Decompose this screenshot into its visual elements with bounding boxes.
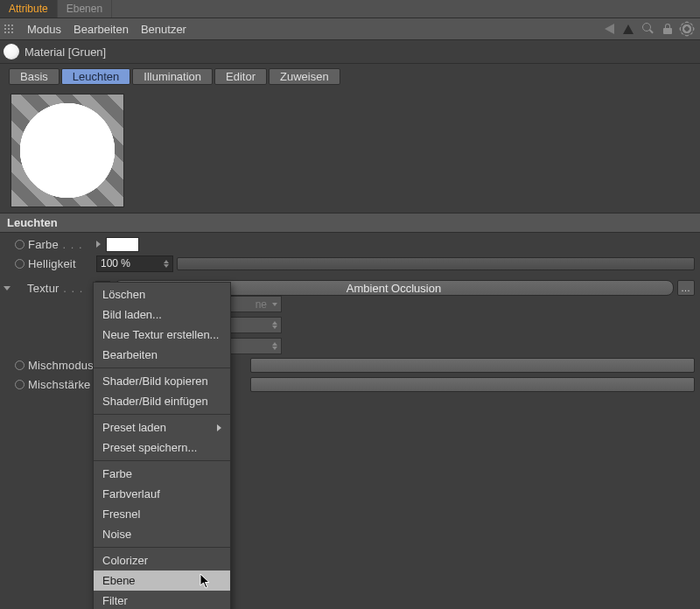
grid-icon[interactable] xyxy=(4,24,15,35)
material-preview-icon xyxy=(4,44,19,60)
chan-zuweisen[interactable]: Zuweisen xyxy=(269,68,340,85)
label-helligkeit: Helligkeit xyxy=(28,257,93,270)
chan-basis[interactable]: Basis xyxy=(9,68,60,85)
chan-editor[interactable]: Editor xyxy=(214,68,267,85)
cm-bearbeiten[interactable]: Bearbeiten xyxy=(94,345,230,365)
helligkeit-slider[interactable] xyxy=(177,257,695,270)
expand-farbe-icon[interactable] xyxy=(96,241,101,248)
preview-area xyxy=(0,88,700,213)
cm-preset-laden[interactable]: Preset laden xyxy=(94,417,230,438)
spinner-icon[interactable] xyxy=(164,260,169,268)
helligkeit-value: 100 % xyxy=(101,257,130,270)
material-preview[interactable] xyxy=(10,94,124,207)
row-farbe: Farbe xyxy=(5,234,695,254)
textur-browse-button[interactable]: … xyxy=(677,280,695,296)
history-back-icon[interactable] xyxy=(605,24,614,34)
cm-shader-einfuegen[interactable]: Shader/Bild einfügen xyxy=(94,391,230,411)
row-helligkeit: Helligkeit 100 % xyxy=(5,254,695,273)
cm-fresnel[interactable]: Fresnel xyxy=(94,504,230,524)
cm-separator xyxy=(94,368,230,368)
cm-shader-kopieren[interactable]: Shader/Bild kopieren xyxy=(94,371,230,391)
hidden-combo-3[interactable] xyxy=(224,338,282,354)
tab-attribute[interactable]: Attribute xyxy=(0,0,58,18)
chan-leuchten[interactable]: Leuchten xyxy=(61,68,131,85)
cm-filter[interactable]: Filter xyxy=(94,591,230,609)
chevron-right-icon xyxy=(217,424,221,431)
expand-textur-icon[interactable] xyxy=(4,286,10,290)
cm-colorizer[interactable]: Colorizer xyxy=(94,550,230,570)
anim-dot-helligkeit[interactable] xyxy=(15,259,24,269)
cm-separator xyxy=(94,414,230,415)
chan-illumination[interactable]: Illumination xyxy=(132,68,213,85)
gear-icon[interactable] xyxy=(681,23,693,35)
hidden-combo-1-text: ne xyxy=(256,298,267,311)
cm-farbverlauf[interactable]: Farbverlauf xyxy=(94,484,230,504)
menu-modus[interactable]: Modus xyxy=(27,23,61,36)
color-swatch[interactable] xyxy=(106,237,139,252)
cm-separator xyxy=(94,460,230,461)
cm-separator xyxy=(94,547,230,548)
menu-bar: Modus Bearbeiten Benutzer xyxy=(0,18,700,40)
section-title-leuchten: Leuchten xyxy=(0,213,700,233)
menu-benutzer[interactable]: Benutzer xyxy=(141,23,186,36)
cm-preset-speichern[interactable]: Preset speichern... xyxy=(94,438,230,458)
chevron-down-icon xyxy=(272,303,277,306)
cm-loeschen[interactable]: Löschen xyxy=(94,284,230,304)
anim-dot-mischstaerke[interactable] xyxy=(15,380,24,389)
lock-icon[interactable] xyxy=(663,24,672,34)
history-up-icon[interactable] xyxy=(623,24,634,34)
material-header: Material [Gruen] xyxy=(0,40,700,64)
hidden-combo-2[interactable] xyxy=(224,317,282,333)
channel-tab-row: Basis Leuchten Illumination Editor Zuwei… xyxy=(0,64,700,88)
menu-bearbeiten[interactable]: Bearbeiten xyxy=(74,23,129,36)
label-textur: Textur xyxy=(27,282,92,295)
spinner-icon xyxy=(272,342,277,350)
cm-farbe[interactable]: Farbe xyxy=(94,464,230,484)
cm-bild-laden[interactable]: Bild laden... xyxy=(94,304,230,325)
cm-preset-laden-label: Preset laden xyxy=(102,421,166,434)
cursor-icon xyxy=(200,573,212,589)
panel-tab-strip: Attribute Ebenen xyxy=(0,0,700,18)
textur-context-menu: Löschen Bild laden... Neue Textur erstel… xyxy=(93,282,231,609)
helligkeit-input[interactable]: 100 % xyxy=(96,256,173,272)
anim-dot-farbe[interactable] xyxy=(15,240,24,249)
tab-ebenen[interactable]: Ebenen xyxy=(58,0,112,18)
material-title: Material [Gruen] xyxy=(24,46,106,59)
spinner-icon xyxy=(272,321,277,329)
mischstaerke-slider[interactable] xyxy=(250,377,695,392)
cm-neue-textur[interactable]: Neue Textur erstellen... xyxy=(94,325,230,345)
label-farbe: Farbe xyxy=(28,238,93,251)
hidden-combo-1[interactable]: ne xyxy=(224,296,282,312)
mischmodus-field[interactable] xyxy=(250,358,695,373)
search-icon[interactable] xyxy=(642,23,654,35)
cm-noise[interactable]: Noise xyxy=(94,524,230,544)
anim-dot-mischmodus[interactable] xyxy=(15,360,24,370)
